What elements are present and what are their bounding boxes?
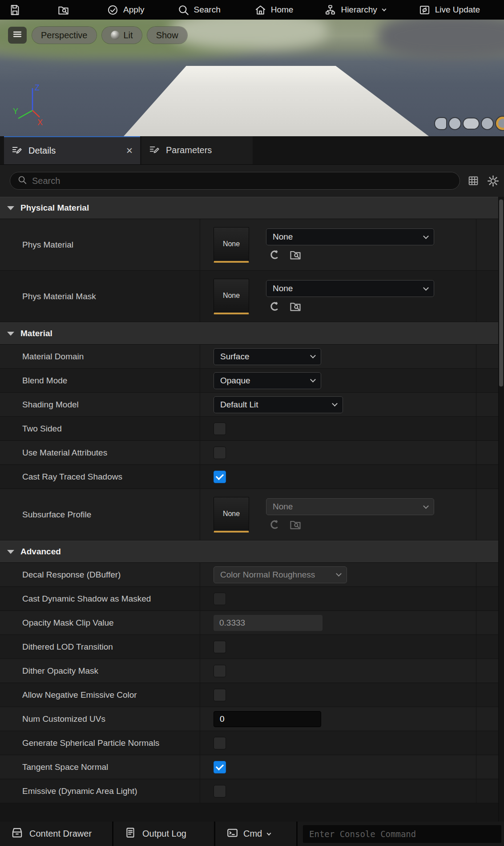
home-button[interactable]: Home xyxy=(254,4,294,16)
apply-button[interactable]: Apply xyxy=(107,4,145,16)
thumbnail-label: None xyxy=(223,240,240,248)
num-customized-uvs-field[interactable]: 0 xyxy=(214,711,321,727)
console-segment xyxy=(298,822,504,846)
section-title: Material xyxy=(20,329,52,338)
display-filter-button[interactable] xyxy=(467,175,480,187)
use-selected-asset-icon[interactable] xyxy=(268,518,281,531)
content-drawer-label: Content Drawer xyxy=(29,829,92,839)
perspective-label: Perspective xyxy=(41,30,88,41)
shading-model-dropdown[interactable]: Default Lit xyxy=(214,396,343,413)
section-material[interactable]: Material xyxy=(0,322,504,345)
preview-viewport[interactable]: Perspective Lit Show Z Y X xyxy=(0,20,504,136)
dropdown-value: Default Lit xyxy=(220,400,258,410)
thumbnail-label: None xyxy=(223,510,240,518)
row-dither-opacity-mask: Dither Opacity Mask xyxy=(0,659,504,683)
tab-details[interactable]: Details ✕ xyxy=(4,136,140,164)
row-generate-spherical-particle-normals: Generate Spherical Particle Normals xyxy=(0,731,504,755)
row-dithered-lod-transition: Dithered LOD Transition xyxy=(0,635,504,659)
section-advanced[interactable]: Advanced xyxy=(0,541,504,563)
scrollbar-thumb[interactable] xyxy=(499,199,503,386)
decal-response-dropdown[interactable]: Color Normal Roughness xyxy=(214,566,347,583)
browse-asset-icon[interactable] xyxy=(289,300,302,313)
section-title: Advanced xyxy=(20,547,61,557)
chevron-down-icon xyxy=(423,503,429,509)
cast-ray-traced-shadows-checkbox[interactable] xyxy=(214,471,226,483)
search-input[interactable] xyxy=(32,176,452,186)
viewport-controls: Perspective Lit Show xyxy=(8,27,187,44)
asset-thumbnail[interactable]: None xyxy=(214,279,249,314)
allow-negative-emissive-color-checkbox[interactable] xyxy=(214,689,226,701)
row-cast-ray-traced-shadows: Cast Ray Traced Shadows xyxy=(0,465,504,489)
use-material-attributes-checkbox[interactable] xyxy=(214,447,226,459)
settings-button[interactable] xyxy=(487,175,500,187)
chevron-down-icon xyxy=(336,571,342,577)
browse-asset-icon[interactable] xyxy=(289,518,302,531)
output-log-button[interactable]: Output Log xyxy=(113,822,214,846)
use-selected-asset-icon[interactable] xyxy=(268,248,281,261)
apply-label: Apply xyxy=(123,5,145,15)
phys-material-dropdown[interactable]: None xyxy=(266,228,434,245)
subsurface-profile-dropdown[interactable]: None xyxy=(266,498,434,515)
row-two-sided: Two Sided xyxy=(0,417,504,441)
emissive-dynamic-area-light-checkbox[interactable] xyxy=(214,785,226,797)
cmd-selector[interactable]: Cmd xyxy=(215,822,296,846)
property-label: Subsurface Profile xyxy=(0,489,200,540)
corner-widget[interactable] xyxy=(435,118,446,129)
browse-icon xyxy=(57,4,69,16)
cast-dynamic-shadow-as-masked-checkbox[interactable] xyxy=(214,593,226,605)
save-button[interactable] xyxy=(9,4,21,16)
asset-thumbnail[interactable]: None xyxy=(214,497,249,533)
tab-parameters[interactable]: Parameters xyxy=(141,136,253,164)
browse-button[interactable] xyxy=(57,4,69,16)
browse-asset-icon[interactable] xyxy=(289,248,302,261)
dithered-lod-transition-checkbox[interactable] xyxy=(214,641,226,653)
tangent-space-normal-checkbox[interactable] xyxy=(214,761,226,773)
blend-mode-dropdown[interactable]: Opaque xyxy=(214,372,321,389)
dropdown-value: None xyxy=(273,232,293,242)
show-button[interactable]: Show xyxy=(147,27,187,44)
property-label: Dither Opacity Mask xyxy=(0,659,200,683)
search-button[interactable]: Search xyxy=(177,4,221,16)
two-sided-checkbox[interactable] xyxy=(214,423,226,435)
close-icon[interactable]: ✕ xyxy=(126,146,133,156)
section-title: Physical Material xyxy=(20,203,89,213)
material-domain-dropdown[interactable]: Surface xyxy=(214,348,321,365)
dither-opacity-mask-checkbox[interactable] xyxy=(214,665,226,677)
hierarchy-button[interactable]: Hierarchy xyxy=(324,4,385,16)
tab-details-label: Details xyxy=(28,146,56,156)
section-physical-material[interactable]: Physical Material xyxy=(0,197,504,219)
dropdown-value: Opaque xyxy=(220,376,250,386)
property-label: Shading Model xyxy=(0,393,200,416)
collapse-triangle-icon xyxy=(7,550,14,554)
corner-widget-highlighted[interactable] xyxy=(496,117,504,130)
content-drawer-button[interactable]: Content Drawer xyxy=(0,822,112,846)
row-blend-mode: Blend Mode Opaque xyxy=(0,369,504,393)
live-update-button[interactable]: Live Update xyxy=(419,4,480,16)
row-use-material-attributes: Use Material Attributes xyxy=(0,441,504,465)
corner-widget[interactable] xyxy=(449,118,460,129)
perspective-button[interactable]: Perspective xyxy=(32,27,97,44)
viewport-menu-button[interactable] xyxy=(8,27,27,44)
corner-widget[interactable] xyxy=(482,118,493,129)
console-command-input[interactable] xyxy=(303,825,501,843)
row-decal-response: Decal Response (DBuffer) Color Normal Ro… xyxy=(0,563,504,587)
row-shading-model: Shading Model Default Lit xyxy=(0,393,504,417)
tab-parameters-label: Parameters xyxy=(166,145,212,155)
row-subsurface-profile: Subsurface Profile None None xyxy=(0,489,504,541)
opacity-mask-clip-value-field[interactable]: 0.3333 xyxy=(214,615,323,631)
clipped-row xyxy=(0,803,504,822)
axis-gizmo: Z Y X xyxy=(12,83,55,129)
hierarchy-label: Hierarchy xyxy=(341,5,377,15)
corner-widget[interactable] xyxy=(464,118,479,129)
generate-spherical-particle-normals-checkbox[interactable] xyxy=(214,737,226,749)
property-label: Two Sided xyxy=(0,417,200,440)
dropdown-value: Surface xyxy=(220,352,249,362)
home-icon xyxy=(254,4,266,16)
dropdown-value: Color Normal Roughness xyxy=(220,570,315,580)
viewport-corner-widgets[interactable] xyxy=(435,117,504,130)
phys-material-mask-dropdown[interactable]: None xyxy=(266,280,434,297)
search-box[interactable] xyxy=(10,172,460,190)
lit-mode-button[interactable]: Lit xyxy=(102,27,142,44)
use-selected-asset-icon[interactable] xyxy=(268,300,281,313)
asset-thumbnail[interactable]: None xyxy=(214,227,249,263)
